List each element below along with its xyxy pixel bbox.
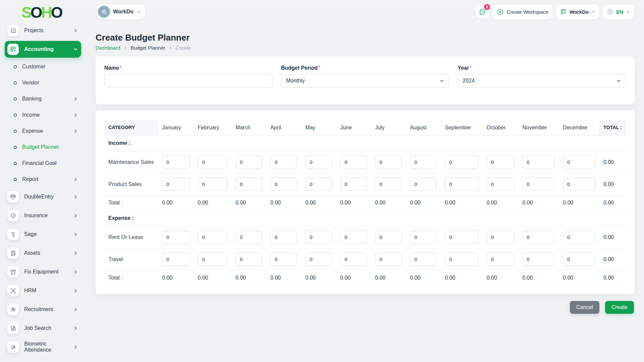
budget-amount-input[interactable] (270, 253, 297, 266)
person-frame-icon (7, 285, 19, 296)
budget-amount-input[interactable] (198, 253, 228, 266)
budget-amount-input[interactable] (270, 231, 297, 244)
column-total: 0.00 (518, 195, 559, 210)
sidebar-subitem-expense[interactable]: Expense (5, 123, 81, 139)
budget-amount-input[interactable] (410, 253, 437, 266)
budget-amount-input[interactable] (410, 178, 437, 191)
column-header-month: December (559, 120, 599, 135)
budget-amount-input[interactable] (162, 178, 190, 191)
budget-amount-input[interactable] (410, 156, 437, 169)
budget-amount-input[interactable] (340, 231, 367, 244)
budget-amount-input[interactable] (235, 231, 262, 244)
sidebar-subitem-financial-goal[interactable]: Financial Goal (5, 155, 81, 171)
budget-amount-input[interactable] (522, 231, 555, 244)
create-button[interactable]: Create (605, 301, 634, 314)
budget-period-field: Budget Period* Monthly (281, 65, 449, 96)
sidebar-item-doubleentry[interactable]: DoubleEntry (5, 187, 81, 206)
budget-amount-input[interactable] (445, 178, 479, 191)
row-total: 0.00 (599, 248, 626, 270)
category-row: Maintenance Sales0.00 (104, 151, 626, 173)
budget-amount-input[interactable] (522, 156, 555, 169)
budget-amount-input[interactable] (563, 178, 595, 191)
budget-amount-input[interactable] (340, 156, 367, 169)
budget-amount-input[interactable] (340, 178, 367, 191)
budget-amount-input[interactable] (162, 156, 190, 169)
sidebar-item-hrm[interactable]: HRM (5, 281, 81, 300)
budget-amount-input[interactable] (410, 231, 437, 244)
breadcrumb-budget-planner[interactable]: Budget Planner (130, 45, 165, 51)
breadcrumb-dashboard[interactable]: Dashboard (96, 45, 120, 51)
budget-amount-input[interactable] (270, 178, 297, 191)
budget-amount-input[interactable] (198, 231, 228, 244)
budget-amount-input[interactable] (375, 253, 402, 266)
sidebar-item-recruitment[interactable]: Recruitment (5, 300, 81, 319)
budget-amount-input[interactable] (305, 253, 332, 266)
sidebar-subitem-report[interactable]: Report (5, 171, 81, 187)
budget-table: CATEGORYJanuaryFebruaryMarchAprilMayJune… (104, 120, 626, 286)
budget-amount-input[interactable] (563, 231, 595, 244)
budget-amount-input[interactable] (235, 253, 262, 266)
sidebar-item-biometric-attendance[interactable]: BiometricAttendance (5, 338, 81, 356)
budget-amount-input[interactable] (445, 156, 479, 169)
soho-logo[interactable]: SOHO (0, 0, 87, 20)
column-total: 0.00 (231, 270, 266, 286)
budget-amount-input[interactable] (270, 156, 297, 169)
shield-check-icon (7, 210, 19, 221)
budget-period-select[interactable]: Monthly (281, 74, 449, 87)
apps-menu[interactable]: WorkDo (556, 4, 599, 19)
budget-amount-input[interactable] (235, 178, 262, 191)
sidebar-item-projects[interactable]: Projects (5, 21, 81, 40)
sidebar-item-accounting[interactable]: Accounting (5, 41, 81, 58)
sidebar-subitem-income[interactable]: Income (5, 107, 81, 123)
budget-amount-input[interactable] (375, 231, 402, 244)
column-header-total: TOTAL : (599, 120, 626, 135)
budget-amount-input[interactable] (375, 178, 402, 191)
budget-amount-input[interactable] (305, 156, 332, 169)
budget-amount-input[interactable] (162, 231, 190, 244)
budget-amount-input[interactable] (563, 156, 595, 169)
name-input[interactable] (104, 74, 273, 87)
budget-amount-input[interactable] (522, 253, 555, 266)
column-total: 0.00 (483, 195, 518, 210)
budget-amount-input[interactable] (487, 156, 514, 169)
budget-amount-input[interactable] (445, 231, 479, 244)
grand-total: 0.00 (599, 195, 626, 210)
archive-icon (7, 266, 19, 278)
budget-amount-input[interactable] (198, 156, 228, 169)
sidebar-item-assets[interactable]: Assets (5, 244, 81, 262)
workspace-switcher[interactable]: WorkDo (97, 4, 145, 19)
budget-amount-input[interactable] (305, 231, 332, 244)
budget-amount-input[interactable] (305, 178, 332, 191)
budget-amount-input[interactable] (522, 178, 555, 191)
language-selector[interactable]: EN (603, 4, 634, 19)
budget-amount-input[interactable] (235, 156, 262, 169)
sidebar-subitem-customer[interactable]: Customer (5, 59, 81, 75)
breadcrumb-create: Create (176, 45, 191, 51)
sidebar-subitem-budget-planner[interactable]: Budget Planner (5, 139, 81, 155)
column-total: 0.00 (194, 270, 232, 286)
budget-amount-input[interactable] (375, 156, 402, 169)
sidebar-item-insurance[interactable]: Insurance (5, 206, 81, 225)
column-total: 0.00 (518, 270, 559, 286)
sidebar-item-fix-equipment[interactable]: Fix Equipment (5, 262, 81, 281)
column-total: 0.00 (371, 195, 406, 210)
budget-amount-input[interactable] (487, 253, 514, 266)
messages-button[interactable]: 0 (476, 5, 489, 18)
sidebar-subitem-vendor[interactable]: Vendor (5, 75, 81, 91)
cancel-button[interactable]: Cancel (570, 301, 599, 314)
column-total: 0.00 (194, 195, 232, 210)
year-select[interactable]: 2024 (458, 74, 626, 87)
budget-amount-input[interactable] (445, 253, 479, 266)
column-total: 0.00 (231, 195, 266, 210)
budget-amount-input[interactable] (487, 231, 514, 244)
sidebar-subitem-banking[interactable]: Banking (5, 91, 81, 107)
create-workspace-button[interactable]: Create Workspace (492, 4, 553, 19)
budget-amount-input[interactable] (162, 253, 190, 266)
budget-amount-input[interactable] (563, 253, 595, 266)
budget-amount-input[interactable] (340, 253, 367, 266)
budget-amount-input[interactable] (198, 178, 228, 191)
budget-amount-input[interactable] (487, 178, 514, 191)
main-area: WorkDo 0 Create Workspace (87, 0, 644, 362)
sidebar-item-sage[interactable]: Sage (5, 225, 81, 244)
sidebar-item-job-search[interactable]: Job Search (5, 319, 81, 338)
